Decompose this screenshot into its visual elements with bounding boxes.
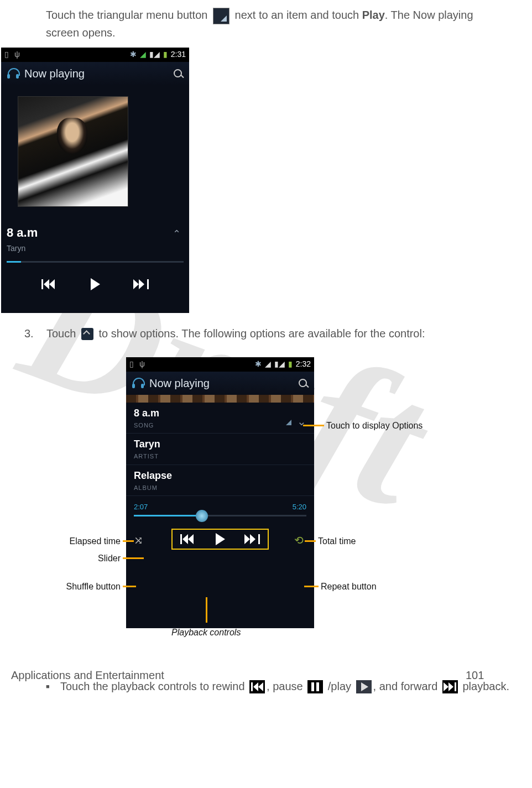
play-button[interactable] xyxy=(87,278,103,290)
forward-button[interactable] xyxy=(133,278,149,290)
artist-value: Taryn xyxy=(134,437,306,452)
album-thumbnail-strip xyxy=(126,395,314,403)
clock-2: 2:32 xyxy=(296,358,311,370)
status-battery-icon: ▯ xyxy=(129,358,134,370)
ann-playback: Playback controls xyxy=(171,626,241,639)
ann-total: Total time xyxy=(318,535,356,548)
progress-bar[interactable] xyxy=(7,261,184,263)
battery-icon: ▮ xyxy=(163,49,168,60)
song-label: SONG xyxy=(134,421,159,430)
screenshot-now-playing-collapsed: ▯ ψ ✱ ◢ ▮◢ ▮ 2:31 Now playing 8 a.m xyxy=(1,48,189,313)
track-title: 8 a.m xyxy=(7,223,38,242)
album-label: ALBUM xyxy=(134,483,306,493)
now-playing-label: Now playing xyxy=(24,65,85,82)
step3-t1: Touch xyxy=(46,327,79,340)
slider-row xyxy=(126,515,314,516)
step3-t2: to show options. The following options a… xyxy=(99,327,425,340)
bluetooth-icon: ✱ xyxy=(130,49,137,60)
wifi-icon: ◢ xyxy=(265,358,271,370)
ann-options: Touch to display Options xyxy=(326,419,423,432)
playback-controls xyxy=(1,278,189,290)
status-bar-2: ▯ ψ ✱ ◢ ▮◢ ▮ 2:32 xyxy=(126,357,314,372)
track-artist: Taryn xyxy=(7,243,38,254)
rewind-button[interactable] xyxy=(41,278,57,290)
step-number: 3. xyxy=(24,325,46,342)
total-time: 5:20 xyxy=(293,502,306,513)
album-art xyxy=(18,96,128,207)
now-playing-header: Now playing xyxy=(1,62,189,85)
forward-button[interactable] xyxy=(244,533,260,545)
signal-icon: ▮◢ xyxy=(274,358,285,370)
ann-slider: Slider xyxy=(55,552,121,565)
battery-icon: ▮ xyxy=(288,358,293,370)
clock: 2:31 xyxy=(171,49,186,60)
ann-elapsed: Elapsed time xyxy=(55,535,121,548)
chevron-down-icon[interactable]: ⌄ xyxy=(297,413,306,430)
bluetooth-icon: ✱ xyxy=(255,358,262,370)
screenshot-now-playing-expanded: ▯ ψ ✱ ◢ ▮◢ ▮ 2:32 Now playing xyxy=(126,357,314,628)
slider-thumb[interactable] xyxy=(196,510,208,522)
chevron-up-inline-icon xyxy=(81,328,93,340)
now-playing-label-2: Now playing xyxy=(149,375,210,392)
controls-row xyxy=(126,516,314,562)
intro-t1: Touch the triangular menu button xyxy=(46,9,211,21)
triangle-menu-icon xyxy=(213,8,230,24)
repeat-button[interactable] xyxy=(294,534,306,544)
rewind-button[interactable] xyxy=(180,533,196,545)
song-value: 8 a.m xyxy=(134,406,159,421)
step-3: 3. Touch to show options. The following … xyxy=(24,325,532,342)
time-row: 2:07 5:20 xyxy=(126,496,314,515)
page-footer: Applications and Entertainment 101 xyxy=(11,667,521,683)
status-bar: ▯ ψ ✱ ◢ ▮◢ ▮ 2:31 xyxy=(1,48,189,62)
footer-section: Applications and Entertainment xyxy=(11,667,466,683)
intro-t2: next to an item and touch xyxy=(235,9,362,21)
options-triangle-icon[interactable] xyxy=(284,418,291,425)
signal-icon: ▮◢ xyxy=(149,49,160,60)
seek-slider[interactable] xyxy=(134,515,306,516)
intro-bold: Play xyxy=(362,9,385,21)
headphones-icon xyxy=(132,377,145,390)
playback-controls-group xyxy=(171,529,269,550)
annotated-figure: ▯ ψ ✱ ◢ ▮◢ ▮ 2:32 Now playing xyxy=(55,357,465,667)
wifi-icon: ◢ xyxy=(140,49,146,60)
now-playing-header-2: Now playing xyxy=(126,372,314,395)
status-usb-icon: ψ xyxy=(14,49,20,60)
chevron-up-icon[interactable]: ⌃ xyxy=(173,227,181,242)
artist-label: ARTIST xyxy=(134,452,306,461)
footer-page: 101 xyxy=(466,667,521,683)
status-battery-icon: ▯ xyxy=(4,49,9,60)
status-usb-icon: ψ xyxy=(139,358,145,370)
artist-block[interactable]: Taryn ARTIST xyxy=(126,434,314,465)
ann-repeat: Repeat button xyxy=(321,580,377,593)
intro-paragraph: Touch the triangular menu button next to… xyxy=(46,7,483,41)
album-block[interactable]: Relapse ALBUM xyxy=(126,465,314,497)
play-button[interactable] xyxy=(212,533,228,545)
song-block[interactable]: 8 a.m SONG ⌄ xyxy=(126,403,314,434)
ann-shuffle: Shuffle button xyxy=(55,580,121,593)
album-value: Relapse xyxy=(134,468,306,483)
headphones-icon xyxy=(7,67,20,80)
shuffle-button[interactable] xyxy=(134,534,146,544)
search-icon[interactable] xyxy=(173,68,184,79)
elapsed-time: 2:07 xyxy=(134,502,148,513)
search-icon[interactable] xyxy=(298,378,309,389)
